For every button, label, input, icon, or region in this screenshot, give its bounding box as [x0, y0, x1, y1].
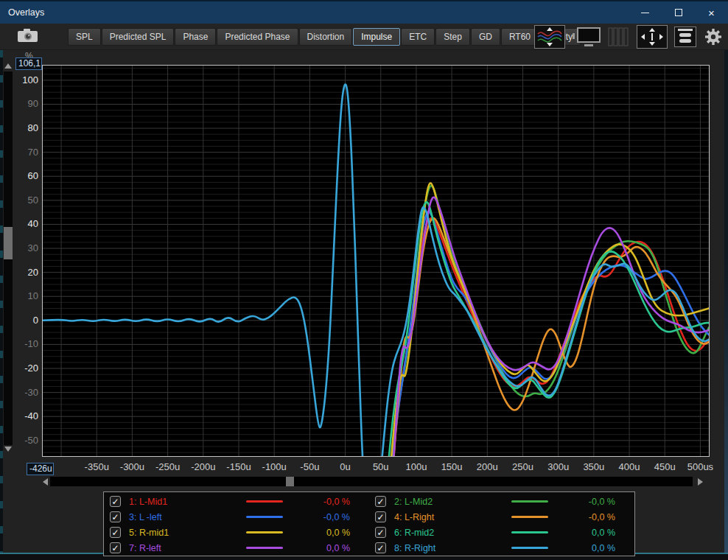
window-controls: ×: [629, 1, 728, 24]
trace-4-checkbox[interactable]: ✓: [375, 511, 386, 522]
tab-predicted-phase[interactable]: Predicted Phase: [217, 28, 298, 46]
y-tick-label: 20: [1, 267, 38, 279]
pan-arrows-button[interactable]: [637, 25, 668, 49]
legend-row-1: ✓1: L-Mid1-0,0 %: [104, 494, 369, 509]
trace-label: 2: L-Mid2: [394, 497, 508, 507]
graph-limits-icon: [536, 27, 563, 47]
tab-step[interactable]: Step: [435, 28, 470, 46]
trace-offset-value: 0,0 %: [285, 543, 350, 553]
minimize-button[interactable]: [629, 1, 662, 24]
legend-panel-icon: [676, 28, 694, 46]
horizontal-scrollbar[interactable]: [50, 477, 693, 486]
tab-phase[interactable]: Phase: [175, 28, 216, 46]
trace-label: 8: R-Right: [394, 543, 508, 553]
y-tick-label: -40: [1, 410, 38, 422]
y-tick-label: 0: [1, 315, 38, 326]
display-button[interactable]: [572, 27, 601, 46]
tab-etc[interactable]: ETC: [401, 28, 435, 46]
maximize-button[interactable]: [662, 1, 695, 24]
trace-label: 3: L -left: [129, 512, 243, 522]
tab-impulse[interactable]: Impulse: [353, 28, 400, 46]
trace-4-l-right: [391, 218, 709, 456]
y-tick-label: 60: [1, 170, 38, 182]
trace-7-checkbox[interactable]: ✓: [110, 542, 121, 553]
y-tick-label: 50: [1, 195, 38, 206]
legend-row-2: ✓2: L-Mid2-0,0 %: [369, 494, 634, 509]
trace-color-swatch: [511, 516, 548, 518]
tab-predicted-spl[interactable]: Predicted SPL: [102, 28, 175, 46]
close-icon: ×: [708, 7, 715, 18]
legend-row-3: ✓3: L -left-0,0 %: [104, 509, 369, 525]
y-tick-label: -10: [1, 338, 38, 350]
trace-offset-value: 0,0 %: [550, 543, 615, 553]
trace-color-swatch: [246, 547, 283, 549]
legend-panel-button[interactable]: [674, 27, 696, 47]
close-button[interactable]: ×: [695, 1, 728, 24]
trace-2-checkbox[interactable]: ✓: [375, 496, 386, 507]
y-tick-label: 40: [1, 218, 38, 230]
y-tick-label: -30: [1, 387, 38, 399]
y-tick-label: 30: [1, 242, 38, 254]
maximize-icon: [675, 9, 682, 16]
y-tick-label: 70: [1, 147, 38, 158]
legend-row-4: ✓4: L-Right-0,0 %: [369, 509, 634, 525]
y-tick-label: 10: [1, 290, 38, 302]
trace-offset-value: -0,0 %: [550, 497, 615, 507]
trace-color-swatch: [246, 516, 283, 518]
window-title: Overlays: [0, 7, 629, 18]
background-window-right-edge: [724, 50, 728, 560]
toolbar: SPLPredicted SPLPhasePredicted PhaseDist…: [0, 24, 728, 50]
trace-offset-value: 0,0 %: [550, 528, 615, 538]
trace-offset-value: -0,0 %: [285, 497, 350, 507]
horizontal-scroll-left-arrow[interactable]: [43, 478, 48, 486]
horizontal-scroll-right-arrow[interactable]: [698, 478, 703, 486]
trace-color-swatch: [246, 531, 283, 533]
trace-color-swatch: [511, 531, 548, 533]
horizontal-scrollbar-thumb[interactable]: [286, 477, 294, 486]
settings-gear-button[interactable]: [703, 27, 724, 47]
x-tick-label: 500us: [678, 461, 722, 472]
minimize-icon: [641, 13, 649, 13]
trace-label: 6: R-mid2: [394, 528, 508, 538]
trace-color-swatch: [246, 500, 283, 503]
display-icon: [572, 27, 601, 46]
bars-button[interactable]: [608, 27, 630, 46]
tab-distortion[interactable]: Distortion: [299, 28, 353, 46]
trace-6-checkbox[interactable]: ✓: [375, 527, 386, 538]
trace-label: 4: L-Right: [394, 512, 508, 522]
bars-icon: [608, 27, 630, 46]
trace-color-swatch: [511, 500, 548, 503]
trace-label: 7: R-left: [129, 543, 243, 553]
toolbar-icon-buttons: [534, 26, 724, 48]
graph-limits-button[interactable]: [534, 25, 565, 49]
trace-offset-value: -0,0 %: [550, 512, 615, 522]
trace-8-checkbox[interactable]: ✓: [375, 542, 386, 553]
y-tick-label: -20: [1, 363, 38, 374]
tab-spl[interactable]: SPL: [68, 28, 101, 46]
settings-gear-icon: [703, 27, 724, 47]
y-tick-label: -50: [1, 435, 38, 447]
graph-type-tabs: SPLPredicted SPLPhasePredicted PhaseDist…: [68, 28, 581, 46]
trace-offset-value: -0,0 %: [285, 512, 350, 522]
legend-row-8: ✓8: R-Right0,0 %: [369, 540, 634, 556]
trace-1-l-mid1: [390, 218, 709, 456]
y-tick-label: 90: [1, 98, 38, 110]
overlays-window: Overlays × SPLPredicted SPLPhasePredicte…: [0, 0, 728, 560]
legend-row-6: ✓6: R-mid20,0 %: [369, 525, 634, 540]
legend-row-5: ✓5: R-mid10,0 %: [104, 525, 369, 540]
tab-gd[interactable]: GD: [471, 28, 500, 46]
x-axis-tick-labels: -350u-300u-250u-200u-150u-100u-50u0u50u1…: [0, 461, 728, 475]
tab-rt60[interactable]: RT60: [501, 28, 539, 46]
trace-1-checkbox[interactable]: ✓: [110, 496, 121, 507]
y-tick-label: 80: [1, 122, 38, 134]
pan-arrows-icon: [639, 27, 665, 47]
impulse-plot-area[interactable]: [42, 65, 710, 457]
trace-label: 1: L-Mid1: [129, 497, 243, 507]
impulse-chart: [43, 66, 709, 456]
trace-5-checkbox[interactable]: ✓: [110, 527, 121, 538]
title-bar[interactable]: Overlays ×: [0, 0, 728, 24]
y-axis-tick-labels: 1009080706050403020100-10-20-30-40-50: [0, 0, 40, 560]
trace-color-swatch: [511, 547, 548, 549]
trace-legend: ✓1: L-Mid1-0,0 %✓2: L-Mid2-0,0 %✓3: L -l…: [103, 491, 635, 556]
trace-3-checkbox[interactable]: ✓: [110, 511, 121, 522]
